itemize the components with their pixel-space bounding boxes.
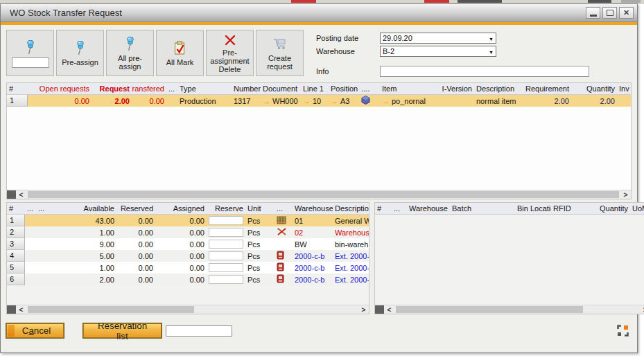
col-header-request[interactable]: Request: [92, 84, 132, 93]
row-number[interactable]: 4: [7, 250, 25, 262]
col-header-batch[interactable]: Batch: [450, 204, 515, 213]
col-header-rfid[interactable]: RFID: [551, 204, 591, 213]
col-header-num[interactable]: #: [7, 204, 25, 213]
col-header-open-requests[interactable]: Open requests: [28, 84, 92, 93]
reserve-input[interactable]: [209, 240, 243, 249]
request-table-hscrollbar[interactable]: < >: [6, 190, 632, 199]
col-header-num[interactable]: #: [7, 84, 28, 93]
all-mark-button[interactable]: All Mark: [156, 30, 204, 76]
table-row[interactable]: 2 1.00 0.00 0.00 Pcs 02 Warehous: [7, 226, 369, 238]
assign-quantity-input[interactable]: [12, 57, 49, 68]
scrollbar-thumb[interactable]: [28, 191, 619, 198]
scroll-left-icon[interactable]: <: [16, 190, 26, 199]
close-button[interactable]: [619, 7, 634, 19]
reserve-input[interactable]: [209, 275, 243, 284]
col-header-dots[interactable]: ...: [392, 204, 407, 213]
scroll-right-icon[interactable]: >: [358, 305, 369, 314]
col-header-dots3[interactable]: ...: [275, 204, 293, 213]
col-header-bin-location[interactable]: Bin Location: [515, 204, 551, 213]
col-header-position[interactable]: Position: [329, 84, 359, 93]
maximize-button[interactable]: [602, 7, 617, 19]
col-header-num[interactable]: #: [375, 204, 392, 213]
warehouse-link[interactable]: 2000-c-b: [293, 276, 333, 284]
reserve-input[interactable]: [209, 216, 243, 225]
link-arrow-icon[interactable]: [331, 97, 338, 105]
col-header-dots2[interactable]: ...: [36, 204, 65, 213]
reservation-list-button[interactable]: Reservation list: [83, 323, 162, 338]
table-row[interactable]: 6 2.00 0.00 0.00 Pcs 2000-c-b Ext. 2000-: [7, 274, 369, 285]
scroll-left-icon[interactable]: <: [384, 305, 394, 314]
resize-grip-icon[interactable]: [617, 325, 629, 337]
scrollbar-thumb[interactable]: [396, 306, 583, 313]
col-header-document[interactable]: Document: [261, 84, 301, 93]
assign-button[interactable]: [6, 30, 54, 76]
pre-assign-button[interactable]: Pre-assign: [56, 30, 104, 76]
request-value[interactable]: 2.00: [92, 97, 132, 105]
position-link[interactable]: A3: [329, 97, 359, 105]
scrollbar-split-box[interactable]: [7, 305, 16, 314]
col-header-number[interactable]: Number: [232, 84, 261, 93]
col-header-i-version[interactable]: I-Version: [438, 84, 474, 93]
col-header-unit[interactable]: Unit: [245, 204, 275, 213]
col-header-uom[interactable]: UoM: [630, 204, 644, 213]
cancel-button[interactable]: Cancel: [6, 323, 64, 338]
table-row[interactable]: 1 0.00 2.00 0.00 Production 1317 WH000 1…: [7, 95, 631, 107]
table-row[interactable]: 1 43.00 0.00 0.00 Pcs 01 General W: [7, 215, 369, 226]
info-input[interactable]: [380, 66, 589, 77]
create-request-button[interactable]: Create request: [256, 30, 304, 76]
titlebar[interactable]: WO Stock Transfer Request: [1, 4, 637, 22]
row-number[interactable]: 1: [7, 95, 28, 107]
reserve-input[interactable]: [209, 228, 243, 237]
link-arrow-icon[interactable]: [303, 97, 311, 105]
scroll-right-icon[interactable]: >: [640, 305, 644, 314]
batch-table-hscrollbar[interactable]: < >: [374, 305, 644, 314]
col-header-item[interactable]: Item: [380, 84, 438, 93]
posting-date-select[interactable]: 29.09.20: [380, 33, 496, 44]
col-header-requirement[interactable]: Requirement: [521, 84, 571, 93]
scrollbar-split-box[interactable]: [7, 190, 16, 199]
pre-assignment-delete-button[interactable]: Pre-assignment Delete: [206, 30, 254, 76]
item-link[interactable]: po_nornal: [380, 97, 438, 105]
reserve-input[interactable]: [209, 263, 243, 272]
col-header-warehouse[interactable]: Warehouse: [407, 204, 450, 213]
stock-table-hscrollbar[interactable]: < >: [6, 305, 369, 314]
row-number[interactable]: 6: [7, 274, 25, 285]
col-header-dots[interactable]: ...: [166, 84, 177, 93]
row-number[interactable]: 5: [7, 262, 25, 274]
col-header-warehouse[interactable]: Warehouse: [293, 204, 333, 213]
document-link[interactable]: WH000: [261, 97, 301, 105]
row-number[interactable]: 3: [7, 238, 25, 250]
warehouse-link[interactable]: 2000-c-b: [293, 264, 333, 272]
warehouse-select[interactable]: B-2: [380, 46, 496, 57]
col-header-quantity[interactable]: Quantity: [591, 204, 630, 213]
scrollbar-thumb[interactable]: [28, 306, 194, 313]
col-header-assigned[interactable]: Assigned: [155, 204, 207, 213]
col-header-item-icon[interactable]: ....: [359, 84, 380, 93]
table-row[interactable]: 5 1.00 0.00 0.00 Pcs 2000-c-b Ext. 2000-: [7, 262, 369, 274]
col-header-description[interactable]: Description: [474, 84, 521, 93]
col-header-line1[interactable]: Line 1: [301, 84, 329, 93]
minimize-button[interactable]: [586, 7, 600, 19]
scrollbar-track[interactable]: [394, 305, 640, 314]
col-header-dots1[interactable]: ...: [25, 204, 36, 213]
line1-link[interactable]: 10: [301, 97, 329, 105]
row-number[interactable]: 2: [7, 226, 25, 238]
col-header-inv[interactable]: Inv: [617, 84, 631, 93]
table-row[interactable]: 4 5.00 0.00 0.00 Pcs 2000-c-b Ext. 2000-: [7, 250, 369, 262]
warehouse-link[interactable]: 2000-c-b: [293, 252, 333, 260]
row-number[interactable]: 1: [7, 215, 25, 226]
col-header-reserve[interactable]: Reserve: [207, 204, 245, 213]
col-header-reserved[interactable]: Reserved: [116, 204, 155, 213]
col-header-description[interactable]: Description: [333, 204, 369, 213]
col-header-available[interactable]: Available: [65, 204, 116, 213]
scrollbar-track[interactable]: [26, 305, 358, 314]
reserve-input[interactable]: [209, 251, 243, 260]
scrollbar-split-box[interactable]: [375, 305, 384, 314]
link-arrow-icon[interactable]: [382, 97, 390, 105]
col-header-quantity[interactable]: Quantity: [571, 84, 617, 93]
footer-input[interactable]: [166, 325, 232, 337]
all-pre-assign-button[interactable]: All pre-assign: [106, 30, 154, 76]
col-header-transfered[interactable]: Transfered ...: [132, 84, 166, 93]
col-header-type[interactable]: Type: [177, 84, 232, 93]
table-row[interactable]: 3 9.00 0.00 0.00 Pcs BW bin-wareh: [7, 238, 369, 250]
